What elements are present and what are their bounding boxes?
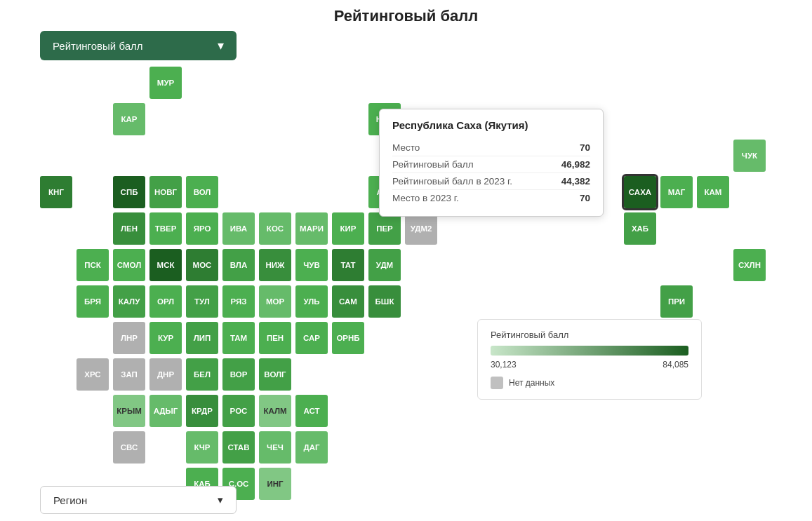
map-cell-БЕЛ[interactable]: БЕЛ <box>186 358 218 391</box>
region-dropdown[interactable]: Регион ▾ <box>40 486 237 514</box>
tooltip-row: Рейтинговый балл46,982 <box>392 156 590 173</box>
map-cell-ОРЛ[interactable]: ОРЛ <box>149 285 182 318</box>
map-cell-ТАМ[interactable]: ТАМ <box>222 322 255 354</box>
map-cell-ТВЕР[interactable]: ТВЕР <box>149 212 182 245</box>
map-cell-ХАБ[interactable]: ХАБ <box>624 212 656 245</box>
map-cell-ЗАП[interactable]: ЗАП <box>113 358 145 391</box>
map-cell-ЧУВ[interactable]: ЧУВ <box>295 249 328 281</box>
dropdown-label: Рейтинговый балл <box>53 40 142 52</box>
map-cell-МСК[interactable]: МСК <box>149 249 182 281</box>
tooltip-row: Место70 <box>392 140 590 156</box>
region-dropdown-label: Регион <box>53 494 87 506</box>
legend-nodata: Нет данных <box>491 377 688 389</box>
tooltip-row: Рейтинговый балл в 2023 г.44,382 <box>392 173 590 190</box>
map-cell-КУР[interactable]: КУР <box>149 322 182 354</box>
map-cell-КЧР[interactable]: КЧР <box>186 431 218 464</box>
map-cell-СПБ[interactable]: СПБ <box>113 176 145 208</box>
map-cell-КРДР[interactable]: КРДР <box>186 395 218 427</box>
map-cell-ХРС[interactable]: ХРС <box>76 358 109 391</box>
map-cell-КИР[interactable]: КИР <box>332 212 364 245</box>
map-cell-МОС[interactable]: МОС <box>186 249 218 281</box>
map-cell-КАР[interactable]: КАР <box>113 103 145 135</box>
map-cell-РОС[interactable]: РОС <box>222 395 255 427</box>
map-cell-БРЯ[interactable]: БРЯ <box>76 285 109 318</box>
map-cell-БШК[interactable]: БШК <box>368 285 401 318</box>
legend-min: 30,123 <box>491 360 517 370</box>
map-cell-ВОР[interactable]: ВОР <box>222 358 255 391</box>
legend: Рейтинговый балл 30,123 84,085 Нет данны… <box>477 319 702 400</box>
legend-bar <box>491 346 688 356</box>
map-cell-ВЛА[interactable]: ВЛА <box>222 249 255 281</box>
map-cell-ДАГ[interactable]: ДАГ <box>295 431 328 464</box>
map-cell-ТУЛ[interactable]: ТУЛ <box>186 285 218 318</box>
map-cell-ИНГ[interactable]: ИНГ <box>259 468 291 500</box>
map-cell-ОРНБ[interactable]: ОРНБ <box>332 322 364 354</box>
map-cell-МАГ[interactable]: МАГ <box>660 176 693 208</box>
legend-max: 84,085 <box>663 360 688 370</box>
map-cell-СВС[interactable]: СВС <box>113 431 145 464</box>
map-cell-САР[interactable]: САР <box>295 322 328 354</box>
map-cell-ПРИ[interactable]: ПРИ <box>660 285 693 318</box>
map-cell-СТАВ[interactable]: СТАВ <box>222 431 255 464</box>
page-title: Рейтинговый балл <box>0 0 812 31</box>
map-cell-САМ[interactable]: САМ <box>332 285 364 318</box>
map-cell-МОР[interactable]: МОР <box>259 285 291 318</box>
rating-dropdown[interactable]: Рейтинговый балл ▾ <box>40 31 237 60</box>
map-cell-ПЕН[interactable]: ПЕН <box>259 322 291 354</box>
map-cell-УДМ[interactable]: УДМ <box>368 249 401 281</box>
map-cell-КРЫМ[interactable]: КРЫМ <box>113 395 145 427</box>
map-cell-ЧЕЧ[interactable]: ЧЕЧ <box>259 431 291 464</box>
map-cell-ВОЛГ[interactable]: ВОЛГ <box>259 358 291 391</box>
map-cell-ЛИП[interactable]: ЛИП <box>186 322 218 354</box>
map-cell-ДНР[interactable]: ДНР <box>149 358 182 391</box>
map-cell-ЛЕН[interactable]: ЛЕН <box>113 212 145 245</box>
map-cell-ВОЛ[interactable]: ВОЛ <box>186 176 218 208</box>
nodata-box <box>491 377 503 389</box>
map-cell-РЯЗ[interactable]: РЯЗ <box>222 285 255 318</box>
map-cell-КАМ[interactable]: КАМ <box>697 176 729 208</box>
map-cell-КАЛУ[interactable]: КАЛУ <box>113 285 145 318</box>
map-cell-НОВГ[interactable]: НОВГ <box>149 176 182 208</box>
map-cell-ПЕР[interactable]: ПЕР <box>368 212 401 245</box>
map-cell-КОС[interactable]: КОС <box>259 212 291 245</box>
map-cell-ПСК[interactable]: ПСК <box>76 249 109 281</box>
nodata-label: Нет данных <box>509 378 554 388</box>
map-cell-ТАТ[interactable]: ТАТ <box>332 249 364 281</box>
map-cell-АСТ[interactable]: АСТ <box>295 395 328 427</box>
map-cell-ЛНР[interactable]: ЛНР <box>113 322 145 354</box>
tooltip: Республика Саха (Якутия) Место70Рейтинго… <box>379 109 604 217</box>
chevron-down-icon-2: ▾ <box>218 494 223 506</box>
chevron-down-icon: ▾ <box>218 38 224 53</box>
map-cell-ЧУК[interactable]: ЧУК <box>733 140 766 172</box>
map-cell-УЛЬ[interactable]: УЛЬ <box>295 285 328 318</box>
map-cell-ИВА[interactable]: ИВА <box>222 212 255 245</box>
map-cell-НИЖ[interactable]: НИЖ <box>259 249 291 281</box>
legend-range: 30,123 84,085 <box>491 360 688 370</box>
map-cell-УДМ2[interactable]: УДМ2 <box>405 212 437 245</box>
map-cell-МУР[interactable]: МУР <box>149 67 182 99</box>
map-cell-ЯРО[interactable]: ЯРО <box>186 212 218 245</box>
map-cell-КНГ[interactable]: КНГ <box>40 176 72 208</box>
tooltip-row: Место в 2023 г.70 <box>392 190 590 206</box>
map-cell-КАЛМ[interactable]: КАЛМ <box>259 395 291 427</box>
map-cell-СМОЛ[interactable]: СМОЛ <box>113 249 145 281</box>
map-cell-АДЫГ[interactable]: АДЫГ <box>149 395 182 427</box>
map-cell-МАРИ[interactable]: МАРИ <box>295 212 328 245</box>
map-cell-САХА[interactable]: САХА <box>624 176 656 208</box>
tooltip-title: Республика Саха (Якутия) <box>392 119 590 131</box>
map-cell-СХЛН[interactable]: СХЛН <box>733 249 766 281</box>
legend-title: Рейтинговый балл <box>491 330 688 340</box>
